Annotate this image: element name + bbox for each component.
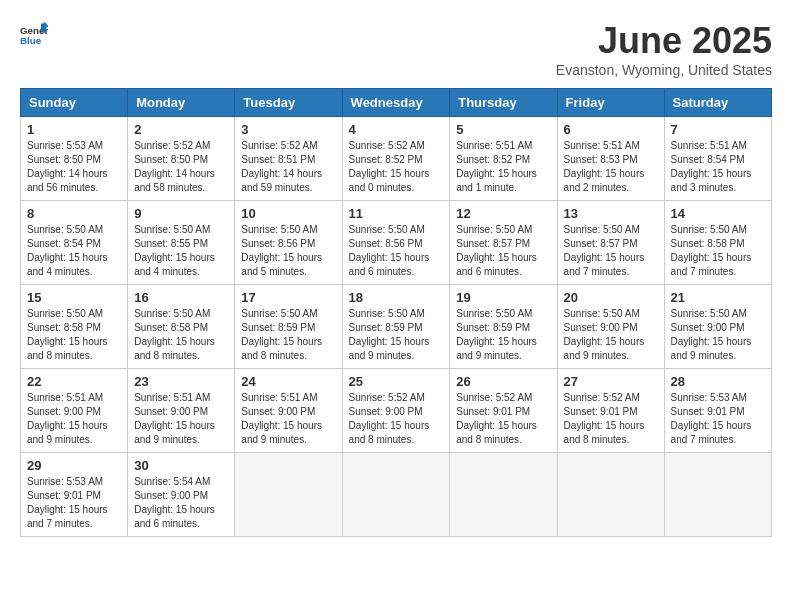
calendar-day-cell: 1 Sunrise: 5:53 AMSunset: 8:50 PMDayligh… <box>21 117 128 201</box>
calendar-week-row: 29 Sunrise: 5:53 AMSunset: 9:01 PMDaylig… <box>21 453 772 537</box>
calendar-week-row: 8 Sunrise: 5:50 AMSunset: 8:54 PMDayligh… <box>21 201 772 285</box>
calendar-day-cell: 2 Sunrise: 5:52 AMSunset: 8:50 PMDayligh… <box>128 117 235 201</box>
calendar-day-cell: 30 Sunrise: 5:54 AMSunset: 9:00 PMDaylig… <box>128 453 235 537</box>
day-number: 30 <box>134 458 228 473</box>
weekday-header: Thursday <box>450 89 557 117</box>
day-info: Sunrise: 5:52 AMSunset: 9:01 PMDaylight:… <box>564 391 658 447</box>
day-number: 27 <box>564 374 658 389</box>
day-number: 16 <box>134 290 228 305</box>
calendar-day-cell <box>450 453 557 537</box>
calendar-day-cell <box>235 453 342 537</box>
weekday-header: Sunday <box>21 89 128 117</box>
day-number: 11 <box>349 206 444 221</box>
day-info: Sunrise: 5:53 AMSunset: 8:50 PMDaylight:… <box>27 139 121 195</box>
day-info: Sunrise: 5:50 AMSunset: 8:56 PMDaylight:… <box>241 223 335 279</box>
day-number: 20 <box>564 290 658 305</box>
calendar-table: SundayMondayTuesdayWednesdayThursdayFrid… <box>20 88 772 537</box>
calendar-day-cell: 21 Sunrise: 5:50 AMSunset: 9:00 PMDaylig… <box>664 285 771 369</box>
calendar-day-cell <box>557 453 664 537</box>
day-info: Sunrise: 5:50 AMSunset: 8:57 PMDaylight:… <box>564 223 658 279</box>
calendar-day-cell: 26 Sunrise: 5:52 AMSunset: 9:01 PMDaylig… <box>450 369 557 453</box>
location: Evanston, Wyoming, United States <box>556 62 772 78</box>
calendar-header-row: SundayMondayTuesdayWednesdayThursdayFrid… <box>21 89 772 117</box>
calendar-day-cell: 14 Sunrise: 5:50 AMSunset: 8:58 PMDaylig… <box>664 201 771 285</box>
day-number: 2 <box>134 122 228 137</box>
calendar-day-cell: 17 Sunrise: 5:50 AMSunset: 8:59 PMDaylig… <box>235 285 342 369</box>
calendar-day-cell: 29 Sunrise: 5:53 AMSunset: 9:01 PMDaylig… <box>21 453 128 537</box>
day-number: 18 <box>349 290 444 305</box>
day-number: 23 <box>134 374 228 389</box>
calendar-day-cell <box>664 453 771 537</box>
calendar-day-cell: 25 Sunrise: 5:52 AMSunset: 9:00 PMDaylig… <box>342 369 450 453</box>
day-number: 24 <box>241 374 335 389</box>
day-number: 9 <box>134 206 228 221</box>
calendar-day-cell: 9 Sunrise: 5:50 AMSunset: 8:55 PMDayligh… <box>128 201 235 285</box>
day-number: 10 <box>241 206 335 221</box>
day-number: 5 <box>456 122 550 137</box>
calendar-week-row: 1 Sunrise: 5:53 AMSunset: 8:50 PMDayligh… <box>21 117 772 201</box>
logo: General Blue <box>20 20 48 48</box>
day-info: Sunrise: 5:54 AMSunset: 9:00 PMDaylight:… <box>134 475 228 531</box>
calendar-day-cell: 7 Sunrise: 5:51 AMSunset: 8:54 PMDayligh… <box>664 117 771 201</box>
weekday-header: Wednesday <box>342 89 450 117</box>
day-number: 26 <box>456 374 550 389</box>
day-info: Sunrise: 5:52 AMSunset: 8:50 PMDaylight:… <box>134 139 228 195</box>
day-info: Sunrise: 5:52 AMSunset: 8:51 PMDaylight:… <box>241 139 335 195</box>
day-info: Sunrise: 5:50 AMSunset: 8:58 PMDaylight:… <box>134 307 228 363</box>
calendar-day-cell: 8 Sunrise: 5:50 AMSunset: 8:54 PMDayligh… <box>21 201 128 285</box>
calendar-day-cell: 22 Sunrise: 5:51 AMSunset: 9:00 PMDaylig… <box>21 369 128 453</box>
day-info: Sunrise: 5:51 AMSunset: 8:53 PMDaylight:… <box>564 139 658 195</box>
calendar-day-cell <box>342 453 450 537</box>
day-info: Sunrise: 5:50 AMSunset: 8:54 PMDaylight:… <box>27 223 121 279</box>
weekday-header: Saturday <box>664 89 771 117</box>
calendar-day-cell: 16 Sunrise: 5:50 AMSunset: 8:58 PMDaylig… <box>128 285 235 369</box>
calendar-day-cell: 3 Sunrise: 5:52 AMSunset: 8:51 PMDayligh… <box>235 117 342 201</box>
day-number: 13 <box>564 206 658 221</box>
day-number: 17 <box>241 290 335 305</box>
day-info: Sunrise: 5:50 AMSunset: 9:00 PMDaylight:… <box>564 307 658 363</box>
calendar-day-cell: 18 Sunrise: 5:50 AMSunset: 8:59 PMDaylig… <box>342 285 450 369</box>
calendar-week-row: 15 Sunrise: 5:50 AMSunset: 8:58 PMDaylig… <box>21 285 772 369</box>
calendar-day-cell: 5 Sunrise: 5:51 AMSunset: 8:52 PMDayligh… <box>450 117 557 201</box>
day-number: 28 <box>671 374 765 389</box>
day-number: 4 <box>349 122 444 137</box>
day-info: Sunrise: 5:50 AMSunset: 8:55 PMDaylight:… <box>134 223 228 279</box>
day-info: Sunrise: 5:50 AMSunset: 8:59 PMDaylight:… <box>241 307 335 363</box>
calendar-day-cell: 23 Sunrise: 5:51 AMSunset: 9:00 PMDaylig… <box>128 369 235 453</box>
calendar-day-cell: 6 Sunrise: 5:51 AMSunset: 8:53 PMDayligh… <box>557 117 664 201</box>
svg-marker-3 <box>44 21 48 27</box>
day-number: 3 <box>241 122 335 137</box>
day-info: Sunrise: 5:53 AMSunset: 9:01 PMDaylight:… <box>27 475 121 531</box>
calendar-day-cell: 20 Sunrise: 5:50 AMSunset: 9:00 PMDaylig… <box>557 285 664 369</box>
day-number: 14 <box>671 206 765 221</box>
weekday-header: Tuesday <box>235 89 342 117</box>
calendar-day-cell: 27 Sunrise: 5:52 AMSunset: 9:01 PMDaylig… <box>557 369 664 453</box>
day-info: Sunrise: 5:50 AMSunset: 8:59 PMDaylight:… <box>349 307 444 363</box>
day-info: Sunrise: 5:50 AMSunset: 8:59 PMDaylight:… <box>456 307 550 363</box>
day-number: 15 <box>27 290 121 305</box>
day-info: Sunrise: 5:51 AMSunset: 8:54 PMDaylight:… <box>671 139 765 195</box>
day-info: Sunrise: 5:52 AMSunset: 8:52 PMDaylight:… <box>349 139 444 195</box>
day-number: 6 <box>564 122 658 137</box>
day-info: Sunrise: 5:51 AMSunset: 9:00 PMDaylight:… <box>27 391 121 447</box>
day-info: Sunrise: 5:50 AMSunset: 9:00 PMDaylight:… <box>671 307 765 363</box>
svg-text:Blue: Blue <box>20 35 42 46</box>
weekday-header: Friday <box>557 89 664 117</box>
day-number: 19 <box>456 290 550 305</box>
day-number: 29 <box>27 458 121 473</box>
weekday-header: Monday <box>128 89 235 117</box>
day-info: Sunrise: 5:50 AMSunset: 8:58 PMDaylight:… <box>27 307 121 363</box>
day-number: 12 <box>456 206 550 221</box>
title-block: June 2025 Evanston, Wyoming, United Stat… <box>556 20 772 78</box>
day-number: 1 <box>27 122 121 137</box>
calendar-body: 1 Sunrise: 5:53 AMSunset: 8:50 PMDayligh… <box>21 117 772 537</box>
day-info: Sunrise: 5:52 AMSunset: 9:00 PMDaylight:… <box>349 391 444 447</box>
page-header: General Blue June 2025 Evanston, Wyoming… <box>20 20 772 78</box>
calendar-day-cell: 11 Sunrise: 5:50 AMSunset: 8:56 PMDaylig… <box>342 201 450 285</box>
calendar-day-cell: 28 Sunrise: 5:53 AMSunset: 9:01 PMDaylig… <box>664 369 771 453</box>
calendar-day-cell: 4 Sunrise: 5:52 AMSunset: 8:52 PMDayligh… <box>342 117 450 201</box>
day-info: Sunrise: 5:50 AMSunset: 8:58 PMDaylight:… <box>671 223 765 279</box>
day-info: Sunrise: 5:50 AMSunset: 8:56 PMDaylight:… <box>349 223 444 279</box>
day-number: 7 <box>671 122 765 137</box>
calendar-day-cell: 19 Sunrise: 5:50 AMSunset: 8:59 PMDaylig… <box>450 285 557 369</box>
